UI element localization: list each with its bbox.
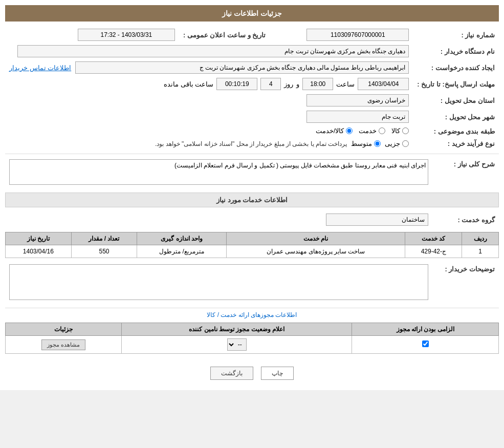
farayand-label: نوع فرآیند خرید : xyxy=(413,138,499,150)
ijad-konande-label: ایجاد کننده درخواست : xyxy=(413,59,499,76)
desc-textarea[interactable] xyxy=(9,264,428,300)
page-wrapper: جزئیات اطلاعات نیاز شماره نیاز : تاریخ و… xyxy=(0,0,504,390)
service-group-input[interactable] xyxy=(326,214,428,226)
separator2 xyxy=(5,308,499,308)
shomara-niaz-label: شماره نیاز : xyxy=(413,27,499,43)
table-row: 1 ج-42-429 ساخت سایر پروژه‌های مهندسی عم… xyxy=(6,245,499,258)
ijad-konande-input[interactable] xyxy=(75,61,409,74)
shahr-value xyxy=(5,109,413,125)
cell-alam-vaziat: -- xyxy=(122,336,352,354)
radio-jozee[interactable] xyxy=(402,140,409,147)
radio-jozee-label[interactable]: جزیی xyxy=(385,140,409,147)
shahr-label: شهر محل تحویل : xyxy=(413,109,499,125)
desc-label: توضیحات خریدار : xyxy=(432,262,499,304)
tabaghe-radios: کالا خدمت کالا/خدمت xyxy=(5,125,413,138)
cell-joziat: مشاهده مجوز xyxy=(6,336,122,354)
radio-kala-khedmat-label[interactable]: کالا/خدمت xyxy=(316,127,353,135)
cell-tarikh: 1403/04/16 xyxy=(6,245,72,258)
radio-khedmat[interactable] xyxy=(379,127,385,134)
radio-kala-label[interactable]: کالا xyxy=(391,127,409,135)
col-elzami: الزامی بودن ارائه مجوز xyxy=(352,323,499,336)
baghi-mande-label: ساعت باقی مانده xyxy=(164,80,213,88)
ostan-value xyxy=(5,92,413,109)
mohlat-saat-input[interactable] xyxy=(216,78,257,90)
roz-label2: روز xyxy=(284,80,293,88)
radio-motavsat-label[interactable]: متوسط xyxy=(351,140,381,147)
service-info-title: اطلاعات خدمات مورد نیاز xyxy=(5,193,499,207)
service-table: ردیف کد خدمت نام خدمت واحد اندازه گیری ت… xyxy=(5,232,499,258)
sharh-table: شرح کلی نیاز : // Set textarea value fro… xyxy=(5,157,499,188)
print-button[interactable]: چاپ xyxy=(261,367,294,380)
service-group-label: گروه خدمت : xyxy=(432,211,499,228)
alam-vaziat-select[interactable]: -- xyxy=(227,338,247,351)
col-name: نام خدمت xyxy=(226,232,405,245)
cell-kod: ج-42-429 xyxy=(405,245,462,258)
view-license-button[interactable]: مشاهده مجوز xyxy=(41,339,85,350)
radio-kala-khedmat-text: کالا/خدمت xyxy=(316,127,344,135)
farayand-desc: پرداخت تمام یا بخشی از مبلغ خریدار از مح… xyxy=(155,140,347,147)
service-group-value xyxy=(5,211,432,228)
sharh-textarea[interactable] xyxy=(9,159,428,185)
mohlat-date-input[interactable] xyxy=(358,78,409,90)
name-dastgah-input[interactable] xyxy=(17,45,409,57)
radio-khedmat-text: خدمت xyxy=(359,127,377,135)
col-vahed: واحد اندازه گیری xyxy=(137,232,227,245)
tarikh-label: تاریخ و ساعت اعلان عمومی : xyxy=(179,27,270,43)
col-radif: ردیف xyxy=(462,232,499,245)
name-dastgah-value xyxy=(5,43,413,59)
radio-motavsat-text: متوسط xyxy=(351,140,372,147)
radio-motavsat[interactable] xyxy=(374,140,381,147)
sharh-label: شرح کلی نیاز : xyxy=(432,157,499,188)
cell-vahed: مترمربع/ مترطول xyxy=(137,245,227,258)
elzami-checkbox[interactable] xyxy=(422,340,429,347)
farayand-value: جزیی متوسط پرداخت تمام یا بخشی از مبلغ خ… xyxy=(5,138,413,150)
cell-radif: 1 xyxy=(462,245,499,258)
cell-elzami xyxy=(352,336,499,354)
ostan-input[interactable] xyxy=(306,94,409,106)
shomara-niaz-input[interactable] xyxy=(306,29,409,41)
saat-label: ساعت xyxy=(336,80,355,88)
shomara-niaz-value xyxy=(270,27,413,43)
tabaghe-label: طبقه بندی موضوعی : xyxy=(413,125,499,138)
ostan-label: استان محل تحویل : xyxy=(413,92,499,109)
desc-table: توضیحات خریدار : xyxy=(5,262,499,304)
col-joziat: جزئیات xyxy=(6,323,122,336)
radio-jozee-text: جزیی xyxy=(385,140,400,147)
buttons-row: چاپ بازگشت xyxy=(5,361,499,385)
page-title: جزئیات اطلاعات نیاز xyxy=(5,5,499,22)
table-row: -- مشاهده مجوز xyxy=(6,336,499,354)
tarikh-value xyxy=(5,27,179,43)
license-subtitle: اطلاعات مجوزهای ارائه خدمت / کالا xyxy=(5,311,499,318)
sharh-value: // Set textarea value from data document… xyxy=(5,157,432,188)
service-group-table: گروه خدمت : xyxy=(5,211,499,228)
main-info-table: شماره نیاز : تاریخ و ساعت اعلان عمومی : … xyxy=(5,27,499,150)
radio-kala-text: کالا xyxy=(391,127,400,135)
radio-kala-khedmat[interactable] xyxy=(346,127,353,134)
contact-info-link[interactable]: اطلاعات تماس خریدار xyxy=(9,64,71,72)
col-alam-vaziat: اعلام وضعیت مجوز توسط نامین کننده xyxy=(122,323,352,336)
mohlat-value: ساعت و روز ساعت باقی مانده xyxy=(5,76,413,92)
name-dastgah-label: نام دستگاه خریدار : xyxy=(413,43,499,59)
cell-tedad: 550 xyxy=(71,245,137,258)
mohlat-roz-input[interactable] xyxy=(260,78,281,90)
roz-label: و xyxy=(296,80,299,88)
separator1 xyxy=(5,154,499,154)
col-tarikh: تاریخ نیاز xyxy=(6,232,72,245)
tarikh-input[interactable] xyxy=(78,29,175,41)
ijad-konande-value: اطلاعات تماس خریدار xyxy=(5,59,413,76)
desc-value xyxy=(5,262,432,304)
cell-name: ساخت سایر پروژه‌های مهندسی عمران xyxy=(226,245,405,258)
col-tedad: تعداد / مقدار xyxy=(71,232,137,245)
col-kod: کد خدمت xyxy=(405,232,462,245)
mohlat-time-input[interactable] xyxy=(302,78,333,90)
shahr-input[interactable] xyxy=(306,111,409,123)
radio-kala[interactable] xyxy=(402,127,409,134)
license-table: الزامی بودن ارائه مجوز اعلام وضعیت مجوز … xyxy=(5,323,499,354)
mohlat-label: مهلت ارسال پاسخ: تا تاریخ : xyxy=(413,76,499,92)
back-button[interactable]: بازگشت xyxy=(210,367,253,380)
radio-khedmat-label[interactable]: خدمت xyxy=(359,127,385,135)
